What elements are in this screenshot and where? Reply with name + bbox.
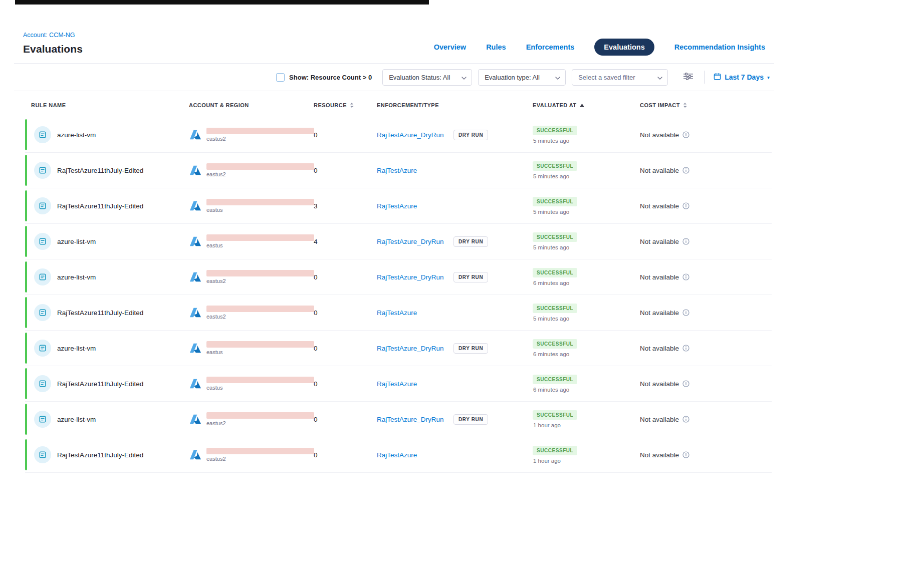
cost-impact-value: Not available [640, 416, 679, 423]
info-icon[interactable] [682, 451, 689, 458]
nav-item-enforcements[interactable]: Enforcements [526, 43, 575, 51]
resource-count: 3 [314, 202, 377, 210]
filter-divider [704, 71, 705, 84]
enforcement-link[interactable]: RajTestAzure [377, 167, 453, 174]
table-row[interactable]: RajTestAzure11thJuly-Edited eastus2 0 Ra… [25, 295, 772, 331]
evaluated-time: 1 hour ago [533, 458, 561, 464]
enforcement-link[interactable]: RajTestAzure [377, 380, 453, 388]
sort-icon[interactable] [683, 102, 687, 108]
redacted-account-name [206, 306, 314, 312]
info-icon[interactable] [682, 345, 689, 352]
evaluation-status-select[interactable]: Evaluation Status: All [382, 69, 472, 86]
date-range-select[interactable]: Last 7 Days ▾ [714, 73, 770, 82]
info-icon[interactable] [682, 380, 689, 387]
azure-icon [189, 235, 202, 248]
rule-name: azure-list-vm [57, 131, 96, 139]
status-badge: SUCCESSFUL [533, 304, 577, 313]
rule-icon [34, 411, 51, 428]
table-row[interactable]: azure-list-vm eastus2 0 RajTestAzure_Dry… [25, 117, 772, 153]
calendar-icon [714, 73, 721, 82]
rule-name: azure-list-vm [57, 273, 96, 281]
redacted-account-name [206, 163, 314, 170]
redacted-account-name [206, 234, 314, 241]
evaluation-type-select[interactable]: Evaluation type: All [478, 69, 566, 86]
row-status-bar [25, 404, 27, 435]
rule-name: RajTestAzure11thJuly-Edited [57, 451, 143, 459]
table-row[interactable]: RajTestAzure11thJuly-Edited eastus2 0 Ra… [25, 153, 772, 188]
col-cost-impact[interactable]: COST IMPACT [640, 102, 772, 108]
nav-item-evaluations[interactable]: Evaluations [594, 39, 654, 56]
resource-count-filter[interactable]: Show: Resource Count > 0 [276, 73, 372, 82]
resource-count: 4 [314, 238, 377, 245]
info-icon[interactable] [682, 238, 689, 245]
nav-item-recommendation-insights[interactable]: Recommendation Insights [674, 43, 765, 51]
chevron-down-icon [461, 74, 467, 81]
resource-count: 0 [314, 416, 377, 423]
resource-count: 0 [314, 309, 377, 317]
top-dark-bar [15, 0, 429, 5]
table-row[interactable]: azure-list-vm eastus2 0 RajTestAzure_Dry… [25, 259, 772, 295]
enforcement-link[interactable]: RajTestAzure [377, 451, 453, 459]
enforcement-link[interactable]: RajTestAzure_DryRun [377, 345, 453, 352]
rule-name: azure-list-vm [57, 238, 96, 245]
region-label: eastus2 [206, 314, 314, 320]
info-icon[interactable] [682, 273, 689, 280]
rule-name: RajTestAzure11thJuly-Edited [57, 167, 143, 174]
enforcement-link[interactable]: RajTestAzure_DryRun [377, 273, 453, 281]
region-label: eastus2 [206, 171, 314, 177]
status-badge: SUCCESSFUL [533, 232, 577, 242]
dry-run-badge: DRY RUN [453, 414, 488, 425]
dry-run-badge: DRY RUN [453, 130, 488, 140]
evaluated-time: 5 minutes ago [533, 173, 569, 179]
status-badge: SUCCESSFUL [533, 375, 577, 384]
redacted-account-name [206, 377, 314, 383]
account-breadcrumb[interactable]: Account: CCM-NG [23, 32, 83, 39]
col-enforcement-type: ENFORCEMENT/TYPE [377, 102, 533, 108]
evaluated-time: 6 minutes ago [533, 280, 569, 286]
info-icon[interactable] [682, 202, 689, 209]
nav-item-rules[interactable]: Rules [486, 43, 506, 51]
table-row[interactable]: azure-list-vm eastus 4 RajTestAzure_DryR… [25, 224, 772, 259]
cost-impact-value: Not available [640, 131, 679, 139]
table-row[interactable]: RajTestAzure11thJuly-Edited eastus 3 Raj… [25, 188, 772, 224]
table-row[interactable]: azure-list-vm eastus2 0 RajTestAzure_Dry… [25, 402, 772, 437]
rule-icon [34, 340, 51, 357]
resource-count: 0 [314, 131, 377, 139]
chevron-down-icon [657, 74, 662, 81]
page-title: Evaluations [23, 43, 83, 55]
enforcement-link[interactable]: RajTestAzure [377, 202, 453, 210]
table-row[interactable]: RajTestAzure11thJuly-Edited eastus 0 Raj… [25, 366, 772, 402]
col-evaluated-at[interactable]: EVALUATED AT [533, 102, 640, 108]
sort-asc-icon[interactable] [580, 104, 584, 107]
region-label: eastus2 [206, 136, 314, 142]
enforcement-link[interactable]: RajTestAzure_DryRun [377, 238, 453, 245]
info-icon[interactable] [682, 416, 689, 423]
region-label: eastus2 [206, 420, 314, 426]
redacted-account-name [206, 270, 314, 276]
info-icon[interactable] [682, 309, 689, 316]
nav-item-overview[interactable]: Overview [434, 43, 467, 51]
rule-icon [34, 446, 51, 463]
status-badge: SUCCESSFUL [533, 410, 577, 420]
enforcement-link[interactable]: RajTestAzure [377, 309, 453, 317]
row-status-bar [25, 333, 27, 364]
rule-icon [34, 268, 51, 285]
info-icon[interactable] [682, 167, 689, 174]
saved-filter-select[interactable]: Select a saved filter [572, 69, 668, 86]
status-badge: SUCCESSFUL [533, 126, 577, 135]
enforcement-link[interactable]: RajTestAzure_DryRun [377, 416, 453, 423]
sliders-icon [683, 73, 693, 82]
resource-count-checkbox[interactable] [276, 73, 285, 82]
table-row[interactable]: RajTestAzure11thJuly-Edited eastus2 0 Ra… [25, 437, 772, 473]
sort-icon[interactable] [350, 102, 354, 108]
info-icon[interactable] [682, 131, 689, 138]
region-label: eastus [206, 207, 314, 213]
col-resource[interactable]: RESOURCE [314, 102, 377, 108]
table-row[interactable]: azure-list-vm eastus 0 RajTestAzure_DryR… [25, 331, 772, 366]
filter-settings-button[interactable] [681, 70, 695, 84]
rule-name: RajTestAzure11thJuly-Edited [57, 309, 143, 317]
status-badge: SUCCESSFUL [533, 161, 577, 171]
evaluated-time: 6 minutes ago [533, 387, 569, 393]
enforcement-link[interactable]: RajTestAzure_DryRun [377, 131, 453, 139]
row-status-bar [25, 439, 27, 470]
